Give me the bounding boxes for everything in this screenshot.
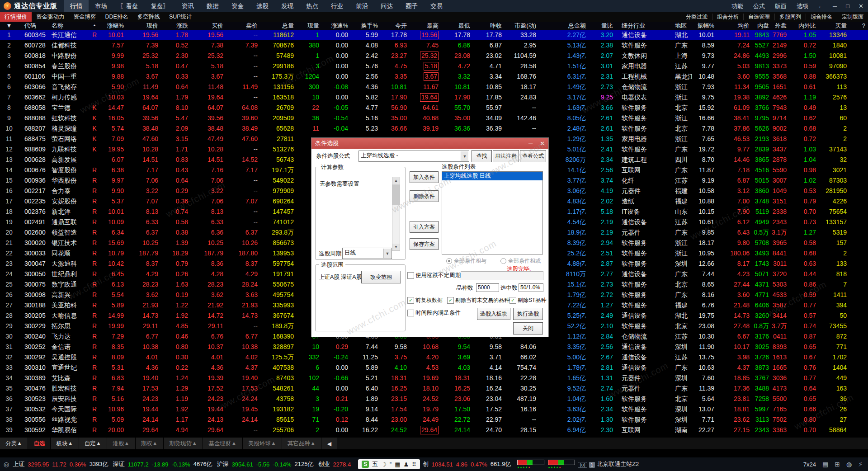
toolbar-tab-资金驱动力[interactable]: 资金驱动力 [32,12,69,22]
column-header-买量[interactable]: 买量 [819,22,849,30]
formula-combobox[interactable]: 上穿均线选股 - ▼ [359,151,469,162]
dialog-close-icon[interactable]: ✕ [536,140,548,147]
monitor-icon[interactable]: ⊞ [835,461,840,468]
menu-item-资讯[interactable]: 资讯 [175,0,200,12]
count-field[interactable]: 5000 [476,283,499,292]
index-创业[interactable]: 创业2278.4 [318,460,351,468]
table-row[interactable]: 4600854春兰股份9.985.180.475.18--29918630.00… [0,61,868,71]
keyboard-icon[interactable]: ▤ [822,461,828,468]
bottom-tab-其它品种[interactable]: 其它品种▲ [282,438,321,449]
table-row[interactable]: 32300292吴通控股R8.094.010.304.014.02125.5万3… [0,352,868,363]
table-row[interactable]: 35300476胜宏科技R7.9417.531.2917.5217.535482… [0,383,868,394]
index-创[interactable]: 创1034.514.860.47%661.9亿 [423,460,511,468]
table-row[interactable]: 31300252金信诺R8.3510.380.8010.3710.3832889… [0,342,868,352]
bottom-tab-分类[interactable]: 分类▲ [0,438,28,449]
toolbar-tab-DDE排名[interactable]: DDE排名 [101,12,133,22]
ime-toolbar[interactable]: S五☽”▦♟⠿ [358,459,420,469]
undetermined-period-field[interactable] [461,271,543,280]
toolbar-link-综合排名[interactable]: 综合排名 [806,14,837,20]
condition-listbox[interactable]: 上穿均线选股 日线 [442,171,543,254]
params-scrollbar[interactable]: ▲ ▼ [392,177,400,251]
bottom-tab-港股[interactable]: 港股▲ [107,438,135,449]
dialog-minimize-icon[interactable]: ─ [525,140,536,147]
selected-count-field[interactable]: 50/1.0% [519,283,543,292]
column-header-昨收[interactable]: 昨收 [473,22,505,30]
bottom-tab-美股环球[interactable]: 美股环球▲ [243,438,282,449]
close-button[interactable]: 关闭 [513,322,543,334]
condition-list-item-selected[interactable]: 上穿均线选股 日线 [442,172,542,180]
view-formula-button[interactable]: 查看公式 [520,150,546,162]
column-header-总金额[interactable]: 总金额 [539,22,589,30]
toolbar-tab-多空阵线[interactable]: 多空阵线 [133,12,165,22]
menu-right-公式[interactable]: 公式 [748,2,770,10]
toolbar-link-分类过滤[interactable]: 分类过滤 [681,14,712,20]
toolbar-link-组合分析[interactable]: 组合分析 [712,14,743,20]
column-header-外盘[interactable]: 外盘 [772,22,789,30]
column-header-市盈(动)[interactable]: 市盈(动) [505,22,539,30]
chevron-down-icon[interactable]: ▼ [383,249,391,258]
server-name[interactable]: 北京联通主站Z2 [597,460,639,468]
menu-item-数据[interactable]: 数据 [200,0,225,12]
menu-right-选项[interactable]: 选项 [792,2,813,10]
table-row[interactable]: 37300532今天国际R10.9619.441.9219.4419.45193… [0,404,868,414]
menu-item-选股[interactable]: 选股 [250,0,275,12]
satellite-icon[interactable]: ◍ [846,461,852,468]
table-row[interactable]: 34300389艾比森R6.8319.401.2419.3919.4087403… [0,373,868,383]
select-to-block-button[interactable]: 选股入板块 [477,308,510,320]
bottom-tab-自定[interactable]: 自定▲ [79,438,107,449]
column-header-•[interactable]: • [89,22,100,30]
execute-select-button[interactable]: 执行选股 [513,308,543,320]
scrollbar-thumb[interactable] [392,184,400,205]
table-row[interactable]: 1600345长江通信R10.0119.561.7819.56--1186121… [0,30,868,40]
column-header-现价[interactable]: 现价 [127,22,161,30]
ime-key-icon[interactable]: ☽ [381,461,387,468]
table-row[interactable]: 9688088虹软科技K16.0539.565.4739.5639.602095… [0,113,868,123]
expand-indices-icon[interactable]: ◎ [4,461,9,468]
toolbar-link-多股同列[interactable]: 多股同列 [774,14,806,20]
checkbox-time-range[interactable] [407,310,414,316]
menu-item-问达[interactable]: 问达 [374,0,399,12]
column-header-卖价[interactable]: 卖价 [226,22,260,30]
ime-key-icon[interactable]: ” [390,461,392,468]
column-header-换手%[interactable]: 换手% [351,22,381,30]
add-condition-button[interactable]: 加入条件 [410,171,439,183]
toolbar-tab-资金博弈[interactable]: 资金博弈 [69,12,101,22]
table-row[interactable]: 38300556丝路视觉R5.0924.141.1724.1324.148561… [0,414,868,425]
column-header-总量[interactable]: 总量 [260,22,297,30]
minimize-icon[interactable]: ─ [828,3,841,9]
column-header-最高[interactable]: 最高 [410,22,441,30]
bottom-tab-自选[interactable]: 自选 [28,438,51,449]
table-row[interactable]: 39300592华凯易佰R20.0029.644.9429.64--255706… [0,425,868,435]
column-header-现量[interactable]: 现量 [297,22,322,30]
menu-item-热点[interactable]: 热点 [300,0,325,12]
checkbox-remove-st[interactable]: ✓ [509,297,516,304]
import-plan-button[interactable]: 引入方案 [410,221,439,233]
column-header-量比[interactable]: 量比 [589,22,616,30]
table-row[interactable]: 3600818中路股份9.9925.322.3025.32--5748910.0… [0,51,868,61]
chevron-down-icon[interactable]: ▼ [461,151,468,161]
column-header-?[interactable]: ? [849,22,868,30]
column-header-涨跌[interactable]: 涨跌 [161,22,191,30]
table-row[interactable]: 2600728佳都科技7.577.390.527.387.39708676380… [0,40,868,51]
period-combobox[interactable]: 日线 ▼ [342,248,392,259]
table-row[interactable]: 5601106中国一重9.883.670.333.67--175.3万12040… [0,71,868,82]
menu-item-行业[interactable]: 行业 [325,0,349,12]
column-header-▼[interactable]: ▼ [0,22,18,30]
index-沪深[interactable]: 沪深3954.61-5.56-0.14%2125亿 [217,460,314,468]
column-header-内外比[interactable]: 内外比 [789,22,819,30]
column-header-买价[interactable]: 买价 [191,22,226,30]
menu-item-复盘〗[interactable]: 复盘〗 [145,0,176,12]
column-header-均价[interactable]: 均价 [717,22,752,30]
ime-key-icon[interactable]: ▦ [395,461,400,468]
menu-right-功能[interactable]: 功能 [726,2,748,10]
table-row[interactable]: 8688058宝兰德K14.4764.078.1064.0764.0826709… [0,103,868,113]
restore-icon[interactable]: □ [841,3,854,9]
menu-right-版面[interactable]: 版面 [770,2,792,10]
menu-item-圈子[interactable]: 圈子 [399,0,424,12]
index-深证[interactable]: 深证11077.2-13.89-0.13%4676亿 [113,460,212,468]
usage-note-button[interactable]: 用法注释 [493,150,519,162]
menu-item-市场[interactable]: 市场 [89,0,113,12]
radio-all-or[interactable] [500,258,506,264]
ime-key-icon[interactable]: 五 [372,460,378,468]
column-header-名称[interactable]: 名称 [50,22,89,30]
